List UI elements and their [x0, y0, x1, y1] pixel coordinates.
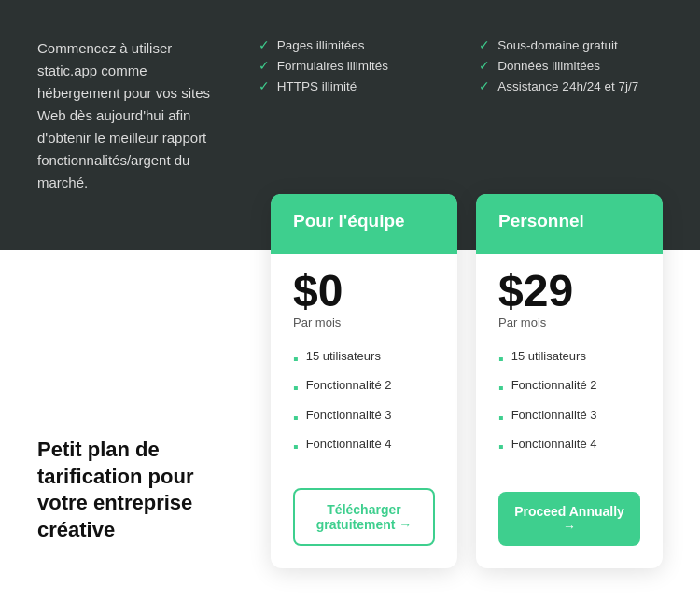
check-icon: ✓: [259, 37, 270, 52]
card-feature-item: ▪ Fonctionnalité 3: [498, 407, 640, 428]
card-feature-text: 15 utilisateurs: [306, 348, 381, 365]
card-feature-item: ▪ Fonctionnalité 2: [293, 377, 435, 398]
card-title: Pour l'équipe: [293, 211, 435, 231]
bottom-section: Petit plan de tarification pour votre en…: [0, 250, 700, 606]
card-feature-text: Fonctionnalité 3: [306, 407, 392, 424]
card-bullet-icon: ▪: [293, 349, 299, 370]
features-col-2: ✓Sous-domaine gratuit✓Données illimitées…: [479, 37, 663, 93]
feature-item: ✓HTTPS illimité: [259, 78, 442, 93]
card-feature-item: ▪ Fonctionnalité 4: [498, 436, 640, 457]
card-features-list: ▪ 15 utilisateurs ▪ Fonctionnalité 2 ▪ F…: [498, 348, 640, 469]
feature-label: Données illimitées: [497, 59, 600, 73]
card-bullet-icon: ▪: [498, 378, 504, 398]
card-feature-item: ▪ Fonctionnalité 3: [293, 407, 435, 428]
feature-label: Pages illimitées: [277, 38, 365, 52]
card-bullet-icon: ▪: [498, 408, 504, 428]
feature-item: ✓Sous-domaine gratuit: [479, 37, 663, 52]
pricing-card-1: Personnel $29 Par mois ▪ 15 utilisateurs…: [476, 194, 663, 568]
features-col-1: ✓Pages illimitées✓Formulaires illimités✓…: [259, 37, 442, 93]
card-bullet-icon: ▪: [293, 408, 299, 428]
feature-item: ✓Pages illimitées: [259, 37, 442, 52]
feature-item: ✓Données illimitées: [479, 58, 663, 73]
card-bullet-icon: ▪: [498, 349, 504, 370]
card-feature-text: Fonctionnalité 4: [306, 436, 392, 453]
check-icon: ✓: [479, 58, 490, 73]
card-bullet-icon: ▪: [293, 378, 299, 398]
feature-item: ✓Assistance 24h/24 et 7j/7: [479, 78, 663, 93]
pricing-card-0: Pour l'équipe $0 Par mois ▪ 15 utilisate…: [271, 194, 457, 568]
feature-label: Sous-domaine gratuit: [497, 38, 617, 52]
hero-text: Commencez à utiliser static.app comme hé…: [37, 37, 221, 194]
card-price: $29: [498, 269, 640, 314]
card-period: Par mois: [498, 315, 640, 329]
card-cta-button[interactable]: Proceed Annually →: [498, 492, 640, 546]
card-feature-item: ▪ 15 utilisateurs: [293, 348, 435, 370]
card-feature-text: Fonctionnalité 2: [306, 377, 392, 394]
card-header: Pour l'équipe: [271, 194, 457, 254]
card-feature-text: Fonctionnalité 2: [511, 377, 597, 394]
check-icon: ✓: [479, 37, 490, 52]
card-header: Personnel: [476, 194, 663, 254]
card-title: Personnel: [498, 211, 640, 231]
check-icon: ✓: [259, 58, 270, 73]
card-bullet-icon: ▪: [498, 437, 504, 457]
feature-label: HTTPS illimité: [277, 79, 357, 93]
card-feature-text: Fonctionnalité 3: [511, 407, 597, 424]
feature-label: Assistance 24h/24 et 7j/7: [497, 79, 638, 93]
card-bullet-icon: ▪: [293, 437, 299, 457]
card-price: $0: [293, 269, 435, 314]
card-feature-text: 15 utilisateurs: [511, 348, 586, 365]
card-feature-text: Fonctionnalité 4: [511, 436, 597, 453]
check-icon: ✓: [259, 78, 270, 93]
card-feature-item: ▪ Fonctionnalité 4: [293, 436, 435, 457]
bottom-left: Petit plan de tarification pour votre en…: [37, 250, 243, 568]
card-feature-item: ▪ 15 utilisateurs: [498, 348, 640, 370]
card-feature-item: ▪ Fonctionnalité 2: [498, 377, 640, 398]
card-features-list: ▪ 15 utilisateurs ▪ Fonctionnalité 2 ▪ F…: [293, 348, 435, 466]
card-period: Par mois: [293, 315, 435, 329]
feature-label: Formulaires illimités: [277, 59, 388, 73]
cards-area: Pour l'équipe $0 Par mois ▪ 15 utilisate…: [271, 194, 663, 568]
feature-item: ✓Formulaires illimités: [259, 58, 442, 73]
tagline: Petit plan de tarification pour votre en…: [37, 437, 243, 543]
check-icon: ✓: [479, 78, 490, 93]
card-cta-button[interactable]: Télécharger gratuitement →: [293, 488, 435, 546]
